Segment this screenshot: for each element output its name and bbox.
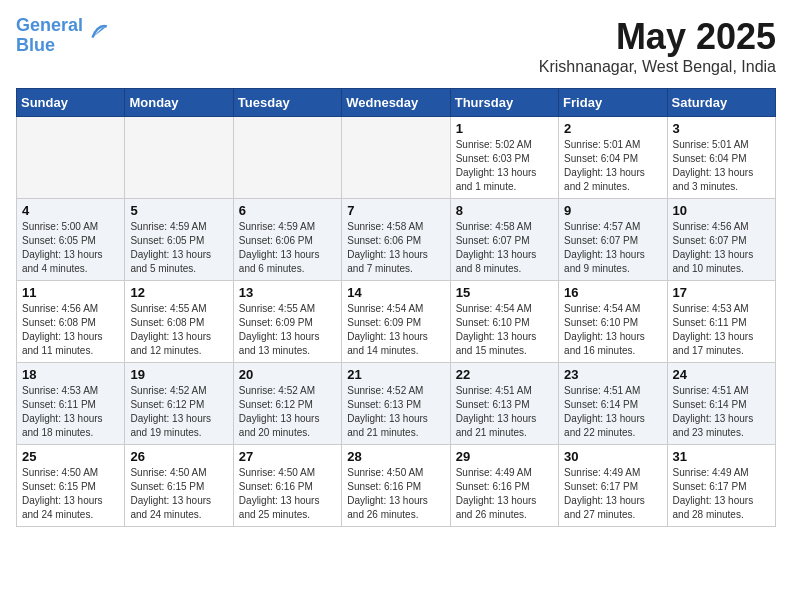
day-info: Sunrise: 4:51 AM Sunset: 6:14 PM Dayligh… [673, 384, 770, 440]
day-info: Sunrise: 4:55 AM Sunset: 6:08 PM Dayligh… [130, 302, 227, 358]
calendar-cell: 29Sunrise: 4:49 AM Sunset: 6:16 PM Dayli… [450, 445, 558, 527]
day-info: Sunrise: 4:53 AM Sunset: 6:11 PM Dayligh… [22, 384, 119, 440]
logo-text: GeneralBlue [16, 16, 83, 56]
calendar-cell: 30Sunrise: 4:49 AM Sunset: 6:17 PM Dayli… [559, 445, 667, 527]
calendar-cell: 24Sunrise: 4:51 AM Sunset: 6:14 PM Dayli… [667, 363, 775, 445]
calendar-cell: 22Sunrise: 4:51 AM Sunset: 6:13 PM Dayli… [450, 363, 558, 445]
day-info: Sunrise: 4:52 AM Sunset: 6:12 PM Dayligh… [239, 384, 336, 440]
weekday-header-wednesday: Wednesday [342, 89, 450, 117]
calendar-cell [342, 117, 450, 199]
day-number: 7 [347, 203, 444, 218]
day-number: 23 [564, 367, 661, 382]
calendar-cell [17, 117, 125, 199]
day-number: 31 [673, 449, 770, 464]
day-number: 14 [347, 285, 444, 300]
day-info: Sunrise: 4:50 AM Sunset: 6:16 PM Dayligh… [347, 466, 444, 522]
calendar-cell: 26Sunrise: 4:50 AM Sunset: 6:15 PM Dayli… [125, 445, 233, 527]
calendar-cell: 2Sunrise: 5:01 AM Sunset: 6:04 PM Daylig… [559, 117, 667, 199]
calendar-cell: 15Sunrise: 4:54 AM Sunset: 6:10 PM Dayli… [450, 281, 558, 363]
day-info: Sunrise: 4:49 AM Sunset: 6:17 PM Dayligh… [564, 466, 661, 522]
day-number: 21 [347, 367, 444, 382]
day-number: 30 [564, 449, 661, 464]
location: Krishnanagar, West Bengal, India [539, 58, 776, 76]
calendar-cell: 20Sunrise: 4:52 AM Sunset: 6:12 PM Dayli… [233, 363, 341, 445]
header: GeneralBlue May 2025 Krishnanagar, West … [16, 16, 776, 76]
day-info: Sunrise: 4:54 AM Sunset: 6:10 PM Dayligh… [564, 302, 661, 358]
day-info: Sunrise: 4:59 AM Sunset: 6:05 PM Dayligh… [130, 220, 227, 276]
day-info: Sunrise: 4:58 AM Sunset: 6:06 PM Dayligh… [347, 220, 444, 276]
calendar-cell [125, 117, 233, 199]
day-number: 4 [22, 203, 119, 218]
day-number: 9 [564, 203, 661, 218]
day-info: Sunrise: 4:57 AM Sunset: 6:07 PM Dayligh… [564, 220, 661, 276]
day-number: 1 [456, 121, 553, 136]
calendar-cell: 3Sunrise: 5:01 AM Sunset: 6:04 PM Daylig… [667, 117, 775, 199]
day-info: Sunrise: 4:51 AM Sunset: 6:14 PM Dayligh… [564, 384, 661, 440]
week-row-2: 4Sunrise: 5:00 AM Sunset: 6:05 PM Daylig… [17, 199, 776, 281]
day-number: 20 [239, 367, 336, 382]
calendar-cell: 9Sunrise: 4:57 AM Sunset: 6:07 PM Daylig… [559, 199, 667, 281]
day-info: Sunrise: 4:49 AM Sunset: 6:17 PM Dayligh… [673, 466, 770, 522]
day-info: Sunrise: 4:58 AM Sunset: 6:07 PM Dayligh… [456, 220, 553, 276]
weekday-header-sunday: Sunday [17, 89, 125, 117]
day-info: Sunrise: 4:59 AM Sunset: 6:06 PM Dayligh… [239, 220, 336, 276]
day-number: 22 [456, 367, 553, 382]
day-number: 25 [22, 449, 119, 464]
calendar-cell: 6Sunrise: 4:59 AM Sunset: 6:06 PM Daylig… [233, 199, 341, 281]
calendar-cell: 4Sunrise: 5:00 AM Sunset: 6:05 PM Daylig… [17, 199, 125, 281]
day-number: 3 [673, 121, 770, 136]
day-info: Sunrise: 4:56 AM Sunset: 6:07 PM Dayligh… [673, 220, 770, 276]
weekday-header-tuesday: Tuesday [233, 89, 341, 117]
day-number: 24 [673, 367, 770, 382]
logo: GeneralBlue [16, 16, 110, 56]
calendar-cell: 21Sunrise: 4:52 AM Sunset: 6:13 PM Dayli… [342, 363, 450, 445]
day-number: 5 [130, 203, 227, 218]
day-number: 18 [22, 367, 119, 382]
calendar-cell: 14Sunrise: 4:54 AM Sunset: 6:09 PM Dayli… [342, 281, 450, 363]
day-info: Sunrise: 4:53 AM Sunset: 6:11 PM Dayligh… [673, 302, 770, 358]
calendar-cell: 1Sunrise: 5:02 AM Sunset: 6:03 PM Daylig… [450, 117, 558, 199]
weekday-header-monday: Monday [125, 89, 233, 117]
day-info: Sunrise: 4:49 AM Sunset: 6:16 PM Dayligh… [456, 466, 553, 522]
calendar-cell: 25Sunrise: 4:50 AM Sunset: 6:15 PM Dayli… [17, 445, 125, 527]
day-number: 8 [456, 203, 553, 218]
day-number: 19 [130, 367, 227, 382]
calendar-cell: 13Sunrise: 4:55 AM Sunset: 6:09 PM Dayli… [233, 281, 341, 363]
day-number: 16 [564, 285, 661, 300]
calendar-cell: 17Sunrise: 4:53 AM Sunset: 6:11 PM Dayli… [667, 281, 775, 363]
calendar-cell: 7Sunrise: 4:58 AM Sunset: 6:06 PM Daylig… [342, 199, 450, 281]
day-info: Sunrise: 4:55 AM Sunset: 6:09 PM Dayligh… [239, 302, 336, 358]
day-number: 2 [564, 121, 661, 136]
month-title: May 2025 [539, 16, 776, 58]
calendar-cell: 18Sunrise: 4:53 AM Sunset: 6:11 PM Dayli… [17, 363, 125, 445]
day-number: 13 [239, 285, 336, 300]
day-number: 27 [239, 449, 336, 464]
day-info: Sunrise: 4:50 AM Sunset: 6:16 PM Dayligh… [239, 466, 336, 522]
calendar-cell: 12Sunrise: 4:55 AM Sunset: 6:08 PM Dayli… [125, 281, 233, 363]
day-info: Sunrise: 4:54 AM Sunset: 6:09 PM Dayligh… [347, 302, 444, 358]
day-info: Sunrise: 5:02 AM Sunset: 6:03 PM Dayligh… [456, 138, 553, 194]
calendar-table: SundayMondayTuesdayWednesdayThursdayFrid… [16, 88, 776, 527]
day-info: Sunrise: 4:50 AM Sunset: 6:15 PM Dayligh… [22, 466, 119, 522]
day-number: 17 [673, 285, 770, 300]
week-row-4: 18Sunrise: 4:53 AM Sunset: 6:11 PM Dayli… [17, 363, 776, 445]
day-number: 29 [456, 449, 553, 464]
day-info: Sunrise: 5:01 AM Sunset: 6:04 PM Dayligh… [673, 138, 770, 194]
calendar-cell: 16Sunrise: 4:54 AM Sunset: 6:10 PM Dayli… [559, 281, 667, 363]
calendar-cell: 27Sunrise: 4:50 AM Sunset: 6:16 PM Dayli… [233, 445, 341, 527]
week-row-1: 1Sunrise: 5:02 AM Sunset: 6:03 PM Daylig… [17, 117, 776, 199]
day-number: 26 [130, 449, 227, 464]
day-number: 15 [456, 285, 553, 300]
day-info: Sunrise: 4:54 AM Sunset: 6:10 PM Dayligh… [456, 302, 553, 358]
logo-icon [86, 20, 110, 44]
weekday-header-saturday: Saturday [667, 89, 775, 117]
day-number: 28 [347, 449, 444, 464]
weekday-header-row: SundayMondayTuesdayWednesdayThursdayFrid… [17, 89, 776, 117]
week-row-5: 25Sunrise: 4:50 AM Sunset: 6:15 PM Dayli… [17, 445, 776, 527]
day-info: Sunrise: 4:52 AM Sunset: 6:13 PM Dayligh… [347, 384, 444, 440]
day-info: Sunrise: 5:00 AM Sunset: 6:05 PM Dayligh… [22, 220, 119, 276]
calendar-cell: 19Sunrise: 4:52 AM Sunset: 6:12 PM Dayli… [125, 363, 233, 445]
week-row-3: 11Sunrise: 4:56 AM Sunset: 6:08 PM Dayli… [17, 281, 776, 363]
calendar-cell: 23Sunrise: 4:51 AM Sunset: 6:14 PM Dayli… [559, 363, 667, 445]
day-info: Sunrise: 5:01 AM Sunset: 6:04 PM Dayligh… [564, 138, 661, 194]
